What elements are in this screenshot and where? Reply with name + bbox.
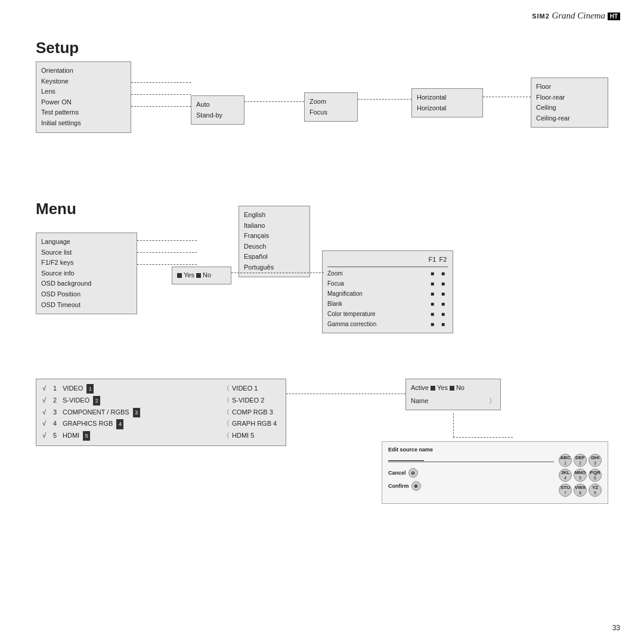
- f1f2-row-gamma: Gamma correction ■ ■: [327, 319, 448, 329]
- f2-header: F2: [438, 255, 448, 265]
- kb-row-2: JKL4 MNO5 PQR6: [559, 469, 602, 482]
- source-row-1: √ 1 VIDEO 1 〈 VIDEO 1: [42, 383, 280, 395]
- active-label: Active: [411, 383, 429, 394]
- source-row-3: √ 3 COMPONENT / RGBS 3 〈 COMP RGB 3: [42, 407, 280, 419]
- setup-horizontal-box: Horizontal Horizontal: [411, 88, 483, 117]
- page-number: 33: [612, 624, 620, 632]
- setup-item-ceilingrear: Ceiling-rear: [536, 113, 603, 124]
- menu-item-osdbg: OSD background: [41, 278, 132, 289]
- source-row-4: √ 4 GRAPHICS RGB 4 〈 GRAPH RGB 4: [42, 418, 280, 430]
- cancel-label: Cancel: [388, 470, 406, 476]
- menu-left-box: Language Source list F1/F2 keys Source i…: [36, 233, 137, 314]
- menu-item-sourcelist: Source list: [41, 247, 132, 258]
- cancel-button[interactable]: ⊖: [408, 468, 418, 478]
- kb-row-1: ABC1 DEF2 GHI3: [559, 454, 602, 467]
- edit-source-name-panel: Edit source name Cancel ⊖ Confirm ⊕: [382, 441, 608, 504]
- setup-item-standby: Stand-by: [196, 110, 239, 121]
- grand-cinema-label: Grand Cinema: [552, 11, 605, 20]
- dline-setup-1: [131, 82, 191, 83]
- kb-key-yz[interactable]: YZ9: [589, 484, 602, 497]
- edit-source-label: Edit source name: [388, 447, 602, 453]
- setup-item-horizontal2: Horizontal: [417, 103, 478, 114]
- menu-item-f1f2keys: F1/F2 keys: [41, 258, 132, 268]
- active-yes-no: Active Yes No: [411, 383, 496, 394]
- active-no-bullet: [450, 386, 454, 391]
- menu-title: Menu: [36, 200, 76, 218]
- setup-item-auto: Auto: [196, 100, 239, 110]
- confirm-row: Confirm ⊕: [388, 481, 421, 491]
- kb-row-3: STU7 VWX8 YZ9: [559, 484, 602, 497]
- f1f2-row-blank: Blank ■ ■: [327, 299, 448, 309]
- setup-item-zoom: Zoom: [309, 97, 352, 107]
- dline-setup-5: [358, 99, 411, 100]
- dline-setup-6: [483, 97, 531, 97]
- f1f2-row-colortemp: Color temperature ■ ■: [327, 309, 448, 319]
- menu-item-osdpos: OSD Position: [41, 289, 132, 300]
- no-bullet: [196, 273, 201, 278]
- kb-key-ghi[interactable]: GHI3: [589, 454, 602, 467]
- lang-deusch: Deusch: [244, 242, 305, 252]
- yes-no-label: Yes No: [177, 270, 226, 281]
- yes-no-box: Yes No: [172, 267, 231, 284]
- name-label: Name: [411, 396, 428, 407]
- source-row-5: √ 5 HDMI 5 〈 HDMI 5: [42, 430, 280, 442]
- dline-setup-4: [244, 101, 304, 102]
- sim2-label: SIM2: [532, 13, 550, 20]
- yes-label: Yes: [184, 270, 194, 281]
- f1f2-row-magnification: Magnification ■ ■: [327, 289, 448, 299]
- dline-active-v: [453, 413, 454, 437]
- kb-key-abc[interactable]: ABC1: [559, 454, 572, 467]
- dline-menu-sourceinfo: [137, 264, 197, 265]
- confirm-button[interactable]: ⊕: [411, 481, 421, 491]
- setup-right-box: Floor Floor-rear Ceiling Ceiling-rear: [531, 78, 608, 128]
- keyboard-grid: ABC1 DEF2 GHI3 JKL4 MNO5 PQR6: [559, 454, 602, 499]
- dline-setup-2: [131, 94, 191, 95]
- active-yes-text: Yes: [437, 383, 448, 394]
- setup-item-focus: Focus: [309, 107, 352, 118]
- setup-item-lens: Lens: [41, 86, 126, 97]
- source-list-box: √ 1 VIDEO 1 〈 VIDEO 1 √ 2 S-VIDEO 2 〈 S-…: [36, 379, 286, 446]
- lang-francais: Français: [244, 231, 305, 242]
- kb-display[interactable]: [388, 454, 554, 462]
- menu-item-sourceinfo: Source info: [41, 268, 132, 279]
- setup-item-keystone: Keystone: [41, 76, 126, 87]
- dline-menu-f1f2: [137, 252, 197, 253]
- cancel-row: Cancel ⊖: [388, 468, 418, 478]
- lang-portugues: Português: [244, 262, 305, 273]
- f1f2-row-zoom: Zoom ■ ■: [327, 268, 448, 278]
- dline-active-h2: [453, 437, 513, 438]
- f1f2-row-focua: Focua ■ ■: [327, 278, 448, 289]
- setup-item-orientation: Orientation: [41, 66, 126, 76]
- setup-item-testpatterns: Test patterns: [41, 107, 126, 118]
- menu-item-language: Language: [41, 237, 132, 247]
- menu-lang-box: English Italiano Français Deusch Español…: [239, 206, 310, 277]
- setup-item-horizontal1: Horizontal: [417, 92, 478, 103]
- active-box: Active Yes No Name 〉: [405, 379, 501, 410]
- no-label: No: [203, 270, 211, 281]
- kb-key-def[interactable]: DEF2: [574, 454, 587, 467]
- kb-key-jkl[interactable]: JKL4: [559, 469, 572, 482]
- setup-item-poweron: Power ON: [41, 97, 126, 108]
- setup-item-floor: Floor: [536, 82, 603, 92]
- setup-title: Setup: [36, 39, 79, 57]
- page-header: SIM2 Grand Cinema HT: [532, 11, 620, 21]
- kb-key-stu[interactable]: STU7: [559, 484, 572, 497]
- name-arrow: 〉: [489, 396, 496, 407]
- confirm-label: Confirm: [388, 483, 409, 489]
- setup-zoomfocus-box: Zoom Focus: [304, 92, 358, 122]
- active-no-text: No: [456, 383, 465, 394]
- setup-middle-box: Auto Stand-by: [191, 95, 244, 125]
- setup-item-floorrear: Floor-rear: [536, 92, 603, 103]
- source-row-2: √ 2 S-VIDEO 2 〈 S-VIDEO 2: [42, 395, 280, 407]
- setup-left-box: Orientation Keystone Lens Power ON Test …: [36, 61, 131, 133]
- yes-bullet: [177, 273, 182, 278]
- kb-key-mno[interactable]: MNO5: [574, 469, 587, 482]
- dline-yesno-f1f2: [231, 273, 324, 273]
- setup-item-initialsettings: Initial settings: [41, 118, 126, 129]
- menu-item-osdtimeout: OSD Timeout: [41, 300, 132, 311]
- f1-header: F1: [428, 255, 437, 265]
- dline-setup-3: [131, 106, 191, 107]
- kb-key-vwx[interactable]: VWX8: [574, 484, 587, 497]
- lang-espanol: Español: [244, 252, 305, 262]
- kb-key-pqr[interactable]: PQR6: [589, 469, 602, 482]
